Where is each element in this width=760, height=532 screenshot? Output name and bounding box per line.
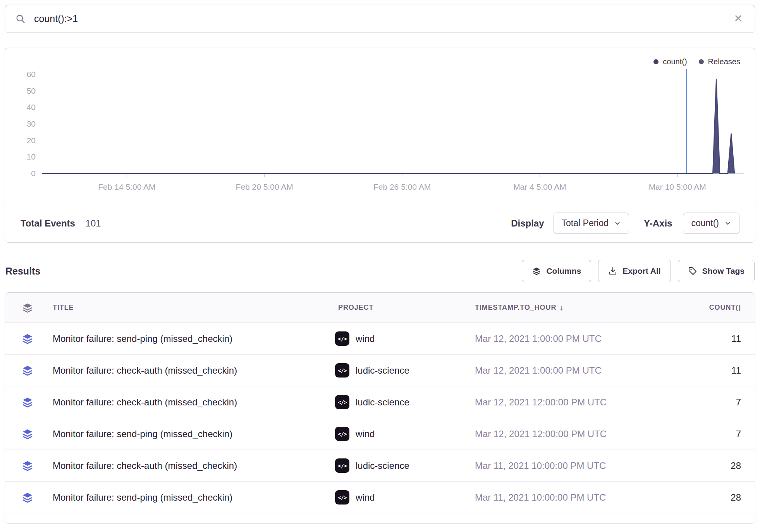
project-cell: </>wind	[335, 427, 475, 441]
chevron-down-icon	[614, 220, 621, 227]
columns-button-label: Columns	[546, 266, 581, 276]
total-events-value: 101	[86, 218, 101, 228]
chart-footer: Total Events 101 Display Total Period Y-…	[5, 204, 755, 242]
timestamp: Mar 12, 2021 12:00:00 PM UTC	[475, 397, 661, 408]
event-title[interactable]: Monitor failure: send-ping (missed_check…	[50, 492, 335, 503]
count-value: 7	[661, 397, 755, 408]
timestamp: Mar 12, 2021 12:00:00 PM UTC	[475, 429, 661, 439]
layers-icon	[532, 266, 541, 276]
chart-area: count() Releases 0102030405060Feb 14 5:0…	[5, 48, 755, 204]
yaxis-value: count()	[691, 218, 719, 228]
chevron-down-icon	[724, 220, 731, 227]
chart-panel: count() Releases 0102030405060Feb 14 5:0…	[5, 48, 755, 243]
total-events-label: Total Events	[21, 218, 75, 228]
count-value: 7	[661, 429, 755, 439]
project-icon: </>	[335, 427, 349, 441]
results-heading: Results	[5, 266, 40, 277]
chart-legend: count() Releases	[653, 57, 740, 66]
legend-label-count: count()	[663, 57, 687, 66]
results-header: Results Columns Export All	[5, 260, 755, 282]
svg-text:60: 60	[27, 70, 36, 79]
project-cell: </>ludic-science	[335, 363, 475, 378]
stack-column-icon	[5, 302, 50, 314]
project-icon: </>	[335, 363, 349, 378]
svg-text:20: 20	[27, 136, 36, 145]
project-name: ludic-science	[356, 460, 409, 471]
display-label: Display	[511, 218, 544, 229]
table-row[interactable]: Monitor failure: send-ping (missed_check…	[5, 323, 755, 355]
table-row[interactable]: Monitor failure: send-ping (missed_check…	[5, 418, 755, 450]
discover-page: ✕ count() Releases 0102030405060Feb 14 5…	[0, 0, 760, 529]
close-icon[interactable]: ✕	[731, 12, 745, 26]
legend-item-count[interactable]: count()	[653, 57, 687, 66]
svg-text:Mar 10 5:00 AM: Mar 10 5:00 AM	[649, 182, 706, 191]
svg-text:40: 40	[27, 103, 36, 112]
table-row[interactable]: Monitor failure: check-auth (missed_chec…	[5, 450, 755, 482]
table-row[interactable]: Monitor failure: send-ping (missed_check…	[5, 482, 755, 513]
count-value: 11	[661, 333, 755, 344]
display-dropdown[interactable]: Total Period	[554, 213, 629, 234]
timestamp: Mar 11, 2021 10:00:00 PM UTC	[475, 460, 661, 471]
svg-text:10: 10	[27, 152, 36, 161]
project-name: wind	[356, 492, 375, 503]
sort-desc-icon: ↓	[559, 303, 564, 312]
legend-label-releases: Releases	[708, 57, 740, 66]
stack-icon	[5, 491, 50, 504]
display-value: Total Period	[562, 218, 609, 228]
project-icon: </>	[335, 331, 349, 346]
event-title[interactable]: Monitor failure: send-ping (missed_check…	[50, 333, 335, 344]
count-value: 28	[661, 492, 755, 503]
svg-text:0: 0	[31, 169, 36, 178]
project-name: wind	[356, 429, 375, 439]
header-count[interactable]: COUNT()	[661, 304, 755, 312]
table-row[interactable]: Monitor failure: check-auth (missed_chec…	[5, 355, 755, 386]
table-row[interactable]: Monitor failure: check-auth (missed_chec…	[5, 386, 755, 418]
total-events: Total Events 101	[21, 218, 101, 229]
stack-icon	[5, 428, 50, 440]
project-cell: </>wind	[335, 490, 475, 505]
svg-text:Feb 26 5:00 AM: Feb 26 5:00 AM	[373, 182, 431, 191]
tag-icon	[688, 266, 697, 276]
event-title[interactable]: Monitor failure: send-ping (missed_check…	[50, 429, 335, 439]
export-all-button[interactable]: Export All	[598, 260, 671, 282]
event-title[interactable]: Monitor failure: check-auth (missed_chec…	[50, 397, 335, 408]
legend-item-releases[interactable]: Releases	[699, 57, 740, 66]
header-timestamp[interactable]: TIMESTAMP.TO_HOUR ↓	[475, 303, 661, 312]
table-footer	[5, 513, 755, 523]
timestamp: Mar 12, 2021 1:00:00 PM UTC	[475, 365, 661, 376]
svg-text:30: 30	[27, 119, 36, 128]
columns-button[interactable]: Columns	[522, 260, 591, 282]
yaxis-dropdown[interactable]: count()	[683, 213, 739, 234]
project-icon: </>	[335, 395, 349, 409]
timestamp: Mar 12, 2021 1:00:00 PM UTC	[475, 333, 661, 344]
legend-dot-count	[653, 59, 659, 64]
svg-text:Feb 14 5:00 AM: Feb 14 5:00 AM	[98, 182, 155, 191]
project-icon: </>	[335, 490, 349, 505]
project-name: ludic-science	[356, 397, 409, 408]
project-name: ludic-science	[356, 365, 409, 376]
yaxis-label: Y-Axis	[644, 218, 672, 229]
search-icon	[15, 14, 26, 24]
project-cell: </>ludic-science	[335, 458, 475, 473]
count-value: 11	[661, 365, 755, 376]
results-table: TITLE PROJECT TIMESTAMP.TO_HOUR ↓ COUNT(…	[5, 292, 755, 524]
results-actions: Columns Export All Show Tags	[522, 260, 755, 282]
event-title[interactable]: Monitor failure: check-auth (missed_chec…	[50, 460, 335, 471]
event-title[interactable]: Monitor failure: check-auth (missed_chec…	[50, 365, 335, 376]
search-input[interactable]	[33, 13, 724, 25]
project-name: wind	[356, 333, 375, 344]
stack-icon	[5, 364, 50, 377]
search-bar[interactable]: ✕	[5, 5, 755, 33]
stack-icon	[5, 396, 50, 408]
show-tags-button[interactable]: Show Tags	[678, 260, 755, 282]
show-tags-button-label: Show Tags	[702, 266, 745, 276]
header-title[interactable]: TITLE	[50, 304, 335, 312]
header-project[interactable]: PROJECT	[335, 304, 475, 312]
stack-icon	[5, 333, 50, 345]
svg-text:Feb 20 5:00 AM: Feb 20 5:00 AM	[236, 182, 293, 191]
count-value: 28	[661, 460, 755, 471]
download-icon	[608, 266, 617, 276]
project-icon: </>	[335, 458, 349, 473]
project-cell: </>ludic-science	[335, 395, 475, 409]
svg-text:Mar 4 5:00 AM: Mar 4 5:00 AM	[513, 182, 566, 191]
